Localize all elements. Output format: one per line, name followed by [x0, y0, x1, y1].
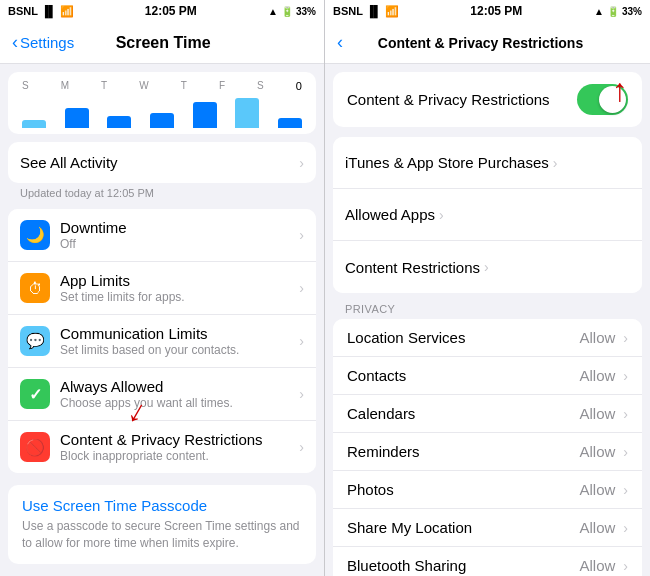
always-allowed-item[interactable]: ✓ Always Allowed Choose apps you want al… [8, 368, 316, 421]
itunes-item[interactable]: iTunes & App Store Purchases › [333, 137, 642, 189]
downtime-title: Downtime [60, 219, 295, 236]
comm-limits-subtitle: Set limits based on your contacts. [60, 343, 295, 357]
itunes-chevron-icon: › [553, 155, 558, 171]
day-w: W [139, 80, 148, 92]
content-privacy-text: Content & Privacy Restrictions Block ina… [60, 431, 295, 463]
right-status-left: BSNL ▐▌ 📶 [333, 5, 399, 18]
always-allowed-chevron-icon: › [299, 386, 304, 402]
app-limits-title: App Limits [60, 272, 295, 289]
photos-chevron-icon: › [623, 482, 628, 498]
updated-text: Updated today at 12:05 PM [0, 183, 324, 201]
photos-value: Allow [579, 481, 615, 498]
share-location-value: Allow [579, 519, 615, 536]
left-back-label[interactable]: Settings [20, 34, 74, 51]
content-privacy-title: Content & Privacy Restrictions [60, 431, 295, 448]
share-location-name: Share My Location [347, 519, 579, 536]
comm-limits-item[interactable]: 💬 Communication Limits Set limits based … [8, 315, 316, 368]
contacts-value: Allow [579, 367, 615, 384]
reminders-chevron-icon: › [623, 444, 628, 460]
content-privacy-item[interactable]: 🚫 Content & Privacy Restrictions Block i… [8, 421, 316, 473]
comm-limits-title: Communication Limits [60, 325, 295, 342]
bluetooth-chevron-icon: › [623, 558, 628, 574]
itunes-title: iTunes & App Store Purchases [345, 154, 549, 171]
reminders-name: Reminders [347, 443, 579, 460]
share-location-chevron-icon: › [623, 520, 628, 536]
reminders-value: Allow [579, 443, 615, 460]
right-status-right: ▲ 🔋 33% [594, 6, 642, 17]
content-privacy-chevron-icon: › [299, 439, 304, 455]
chart-bars [20, 96, 304, 128]
toggle-row[interactable]: Content & Privacy Restrictions [333, 72, 642, 127]
day-s1: S [22, 80, 29, 92]
comm-limits-icon: 💬 [20, 326, 50, 356]
content-restrictions-item[interactable]: Content Restrictions › [333, 241, 642, 293]
left-battery-pct: 33% [296, 6, 316, 17]
downtime-text: Downtime Off [60, 219, 295, 251]
see-all-chevron-icon: › [299, 155, 304, 171]
day-t2: T [181, 80, 187, 92]
calendars-value: Allow [579, 405, 615, 422]
left-status-right: ▲ 🔋 33% [268, 6, 316, 17]
left-nav-title: Screen Time [74, 34, 252, 52]
photos-name: Photos [347, 481, 579, 498]
calendars-name: Calendars [347, 405, 579, 422]
app-limits-subtitle: Set time limits for apps. [60, 290, 295, 304]
bar-f [235, 98, 259, 128]
left-wifi-icon: 📶 [60, 5, 74, 18]
photos-item[interactable]: Photos Allow › [333, 471, 642, 509]
see-all-title: See All Activity [20, 154, 295, 171]
comm-limits-text: Communication Limits Set limits based on… [60, 325, 295, 357]
right-carrier: BSNL [333, 5, 363, 17]
content-restrictions-chevron-icon: › [484, 259, 489, 275]
calendars-item[interactable]: Calendars Allow › [333, 395, 642, 433]
chart-days: S M T W T F S 0 [20, 80, 304, 92]
left-nav-bar: ‹ Settings Screen Time [0, 22, 324, 64]
privacy-header: PRIVACY [325, 293, 650, 319]
right-time: 12:05 PM [470, 4, 522, 18]
bar-w [150, 113, 174, 128]
app-limits-item[interactable]: ⏱ App Limits Set time limits for apps. › [8, 262, 316, 315]
right-scroll[interactable]: Content & Privacy Restrictions ↑ iTunes … [325, 64, 650, 576]
always-allowed-text: Always Allowed Choose apps you want all … [60, 378, 295, 410]
day-s2: S [257, 80, 264, 92]
location-services-item[interactable]: Location Services Allow › [333, 319, 642, 357]
location-services-chevron-icon: › [623, 330, 628, 346]
location-services-name: Location Services [347, 329, 579, 346]
left-scroll[interactable]: S M T W T F S 0 See All Activity [0, 64, 324, 576]
right-nav-bar: ‹ Content & Privacy Restrictions [325, 22, 650, 64]
left-location-icon: ▲ [268, 6, 278, 17]
content-privacy-subtitle: Block inappropriate content. [60, 449, 295, 463]
always-allowed-icon: ✓ [20, 379, 50, 409]
bar-t1 [107, 116, 131, 128]
right-status-bar: BSNL ▐▌ 📶 12:05 PM ▲ 🔋 33% [325, 0, 650, 22]
always-allowed-subtitle: Choose apps you want all times. [60, 396, 295, 410]
left-back-button[interactable]: ‹ Settings [12, 32, 74, 53]
bluetooth-item[interactable]: Bluetooth Sharing Allow › [333, 547, 642, 576]
allowed-apps-title: Allowed Apps [345, 206, 435, 223]
passcode-title[interactable]: Use Screen Time Passcode [22, 497, 302, 514]
allowed-apps-item[interactable]: Allowed Apps › [333, 189, 642, 241]
reminders-item[interactable]: Reminders Allow › [333, 433, 642, 471]
app-limits-text: App Limits Set time limits for apps. [60, 272, 295, 304]
left-chevron-back-icon: ‹ [12, 32, 18, 53]
passcode-section: Use Screen Time Passcode Use a passcode … [8, 485, 316, 564]
left-status-bar: BSNL ▐▌ 📶 12:05 PM ▲ 🔋 33% [0, 0, 324, 22]
left-status-left: BSNL ▐▌ 📶 [8, 5, 74, 18]
day-t1: T [101, 80, 107, 92]
privacy-list: Location Services Allow › Contacts Allow… [333, 319, 642, 576]
right-battery-icon: 🔋 [607, 6, 619, 17]
app-limits-chevron-icon: › [299, 280, 304, 296]
see-all-row[interactable]: See All Activity › [8, 142, 316, 183]
contacts-item[interactable]: Contacts Allow › [333, 357, 642, 395]
red-arrow-right: ↑ [612, 72, 628, 109]
right-menu-list: iTunes & App Store Purchases › Allowed A… [333, 137, 642, 293]
downtime-chevron-icon: › [299, 227, 304, 243]
downtime-icon: 🌙 [20, 220, 50, 250]
downtime-item[interactable]: 🌙 Downtime Off › [8, 209, 316, 262]
chart-section: S M T W T F S 0 [8, 72, 316, 134]
share-location-item[interactable]: Share My Location Allow › [333, 509, 642, 547]
right-panel: BSNL ▐▌ 📶 12:05 PM ▲ 🔋 33% ‹ Content & P… [325, 0, 650, 576]
left-signal-icon: ▐▌ [41, 5, 57, 17]
location-services-value: Allow [579, 329, 615, 346]
day-zero: 0 [296, 80, 302, 92]
